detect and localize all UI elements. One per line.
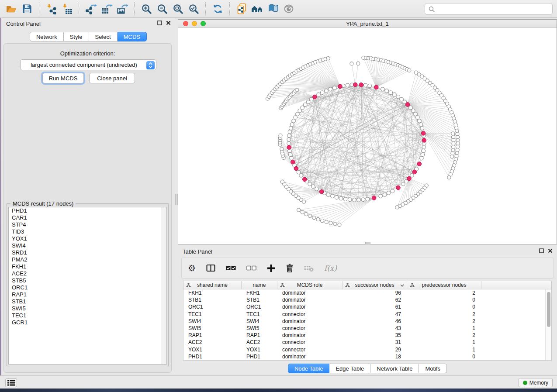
ring-node[interactable] bbox=[387, 191, 391, 195]
tab-edge-table[interactable]: Edge Table bbox=[329, 364, 370, 373]
ring-node[interactable] bbox=[385, 89, 389, 93]
close-panel-button[interactable]: Close panel bbox=[89, 73, 135, 83]
close-window-icon[interactable] bbox=[183, 21, 188, 26]
import-table-button[interactable] bbox=[59, 1, 75, 16]
ring-node[interactable] bbox=[296, 112, 300, 116]
column-panes-icon[interactable] bbox=[206, 264, 215, 272]
mcds-result-item[interactable]: PMA2 bbox=[9, 256, 166, 263]
satellite-node[interactable] bbox=[325, 220, 328, 224]
ring-node[interactable] bbox=[414, 112, 418, 116]
satellite-node[interactable] bbox=[451, 132, 455, 135]
ring-node[interactable] bbox=[324, 89, 328, 93]
mcds-result-item[interactable]: RAP1 bbox=[9, 291, 166, 298]
ring-node[interactable] bbox=[303, 103, 307, 107]
tab-mcds[interactable]: MCDS bbox=[118, 32, 147, 41]
zoom-in-button[interactable] bbox=[138, 1, 154, 16]
hub-node[interactable] bbox=[374, 85, 379, 89]
save-session-button[interactable] bbox=[19, 1, 35, 16]
ring-node[interactable] bbox=[346, 83, 349, 87]
deselect-all-icon[interactable] bbox=[246, 265, 256, 271]
ring-node[interactable] bbox=[353, 198, 356, 202]
zoom-out-button[interactable] bbox=[154, 1, 170, 16]
ring-node[interactable] bbox=[411, 109, 415, 113]
satellite-node[interactable] bbox=[304, 212, 308, 216]
table-row[interactable]: YOX1YOX1connector291 bbox=[183, 346, 551, 353]
ring-node[interactable] bbox=[420, 156, 424, 160]
column-header-shared-name[interactable]: shared name bbox=[183, 281, 242, 289]
hub-node[interactable] bbox=[353, 83, 357, 87]
style-flag-button[interactable] bbox=[265, 1, 281, 16]
tab-network[interactable]: Network bbox=[30, 32, 64, 41]
satellite-node[interactable] bbox=[301, 210, 304, 214]
satellite-node[interactable] bbox=[451, 151, 454, 155]
satellite-node[interactable] bbox=[326, 57, 330, 60]
ring-node[interactable] bbox=[421, 153, 425, 157]
ring-node[interactable] bbox=[290, 156, 294, 160]
satellite-node[interactable] bbox=[356, 62, 360, 65]
table-row[interactable]: FKH1FKH1dominator962 bbox=[183, 289, 551, 296]
search-input[interactable] bbox=[437, 6, 549, 12]
ring-node[interactable] bbox=[381, 87, 385, 91]
import-network-button[interactable] bbox=[43, 1, 59, 16]
satellite-node[interactable] bbox=[312, 216, 316, 220]
hub-node[interactable] bbox=[294, 166, 298, 171]
mcds-result-item[interactable]: SRD1 bbox=[9, 249, 166, 256]
ring-node[interactable] bbox=[348, 198, 352, 202]
ring-node[interactable] bbox=[320, 91, 324, 95]
tab-node-table[interactable]: Node Table bbox=[288, 364, 330, 373]
ring-node[interactable] bbox=[343, 197, 347, 201]
horizontal-split-handle[interactable] bbox=[365, 242, 370, 244]
hub-node[interactable] bbox=[412, 170, 417, 174]
ring-node[interactable] bbox=[311, 185, 315, 189]
hub-node[interactable] bbox=[313, 95, 317, 99]
satellite-node[interactable] bbox=[280, 147, 284, 151]
ring-node[interactable] bbox=[326, 193, 330, 197]
column-header-successor-nodes[interactable]: successor nodes bbox=[343, 281, 407, 289]
satellite-node[interactable] bbox=[308, 214, 312, 218]
mcds-result-item[interactable]: STB5 bbox=[9, 277, 166, 284]
ring-node[interactable] bbox=[288, 153, 292, 157]
mcds-result-item[interactable]: GCR1 bbox=[9, 319, 166, 326]
hide-eye-button[interactable] bbox=[281, 1, 297, 16]
ring-node[interactable] bbox=[396, 95, 400, 99]
table-row[interactable]: RAP1RAP1dominator352 bbox=[183, 332, 551, 339]
ring-node[interactable] bbox=[288, 130, 292, 134]
tab-select[interactable]: Select bbox=[89, 32, 118, 41]
table-scrollbar[interactable] bbox=[545, 289, 551, 360]
ring-node[interactable] bbox=[287, 134, 291, 138]
mcds-result-item[interactable]: STB1 bbox=[9, 298, 166, 305]
float-panel-icon[interactable] bbox=[539, 248, 544, 253]
ring-node[interactable] bbox=[290, 123, 294, 127]
export-network-button[interactable] bbox=[83, 1, 99, 16]
hub-node[interactable] bbox=[302, 177, 307, 182]
ring-node[interactable] bbox=[409, 106, 413, 110]
zoom-selected-button[interactable] bbox=[186, 1, 201, 16]
mcds-result-item[interactable]: TEC1 bbox=[9, 312, 166, 319]
column-header-predecessor-nodes[interactable]: predecessor nodes bbox=[407, 281, 481, 289]
minimize-window-icon[interactable] bbox=[192, 21, 197, 26]
hub-node[interactable] bbox=[338, 84, 343, 89]
ring-node[interactable] bbox=[361, 198, 365, 202]
table-scrollbar-thumb[interactable] bbox=[547, 292, 550, 327]
mcds-result-item[interactable]: ORC1 bbox=[9, 284, 166, 291]
ring-node[interactable] bbox=[383, 193, 387, 197]
ring-node[interactable] bbox=[287, 141, 291, 145]
satellite-node[interactable] bbox=[297, 208, 301, 212]
ring-node[interactable] bbox=[420, 126, 424, 130]
satellite-node[interactable] bbox=[451, 135, 455, 139]
satellite-node[interactable] bbox=[447, 175, 451, 179]
mcds-result-item[interactable]: STP4 bbox=[9, 221, 166, 228]
table-row[interactable]: SWI5SWI5connector431 bbox=[183, 325, 551, 332]
ring-node[interactable] bbox=[289, 126, 293, 130]
satellite-node[interactable] bbox=[408, 69, 411, 72]
ring-node[interactable] bbox=[287, 138, 291, 141]
mcds-result-item[interactable]: PHD1 bbox=[9, 207, 166, 214]
open-session-button[interactable] bbox=[3, 1, 19, 16]
satellite-node[interactable] bbox=[316, 217, 320, 221]
satellite-node[interactable] bbox=[280, 180, 284, 183]
ring-node[interactable] bbox=[366, 197, 370, 201]
ring-node[interactable] bbox=[315, 187, 319, 191]
satellite-node[interactable] bbox=[320, 219, 324, 222]
hub-node[interactable] bbox=[407, 176, 412, 181]
column-header-name[interactable]: name bbox=[242, 281, 277, 289]
